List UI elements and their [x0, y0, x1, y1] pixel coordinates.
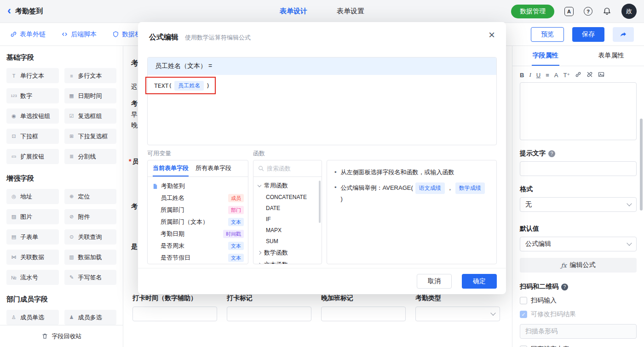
- confirm-button[interactable]: 确定: [462, 274, 497, 289]
- italic-icon[interactable]: I: [529, 71, 531, 79]
- palette-item-member-multi[interactable]: ♟成员多选: [64, 310, 117, 325]
- data-permission-button[interactable]: 数据权: [112, 30, 141, 39]
- palette-item-number[interactable]: 123数字: [6, 88, 59, 103]
- function-search[interactable]: [253, 160, 322, 177]
- palette-item-multi-text[interactable]: ≡多行文本: [64, 68, 117, 83]
- question-icon[interactable]: ?: [561, 284, 568, 290]
- palette-item-extend-button[interactable]: ▭扩展按钮: [6, 149, 59, 164]
- tab-current-form-fields[interactable]: 当前表单字段: [153, 160, 189, 176]
- format-select[interactable]: 无: [520, 197, 637, 212]
- palette-item-label: 成员多选: [78, 313, 102, 322]
- palette-item-serial-number[interactable]: №流水号: [6, 270, 59, 285]
- function-group-math[interactable]: 数学函数: [253, 247, 322, 259]
- hint-text-input[interactable]: [520, 161, 637, 176]
- overtime-mark-input[interactable]: [321, 307, 406, 321]
- share-button[interactable]: [613, 27, 634, 42]
- palette-item-radio-group[interactable]: ◉单选按钮组: [6, 108, 59, 124]
- function-item-mapx[interactable]: MAPX: [253, 225, 322, 236]
- formula-input-area[interactable]: TEXT( 员工姓名 ): [148, 75, 496, 97]
- edit-formula-button[interactable]: ƒx 编辑公式: [520, 258, 637, 273]
- tab-field-properties[interactable]: 字段属性: [512, 46, 578, 66]
- palette-item-linked-data[interactable]: ⋈关联数据: [6, 250, 59, 265]
- formula-field-chip[interactable]: 员工姓名: [174, 81, 204, 91]
- punch-mark-input[interactable]: [227, 307, 311, 321]
- palette-item-attachment[interactable]: ⊘附件: [64, 209, 117, 224]
- cancel-button[interactable]: 取消: [417, 274, 452, 289]
- enter-clear-checkbox-row[interactable]: 回车清空内容: [520, 345, 637, 347]
- palette-item-location[interactable]: ⊕定位: [64, 189, 117, 204]
- variable-row-attendance-date[interactable]: 考勤日期时间戳: [148, 228, 248, 240]
- scan-input-checkbox-row[interactable]: 扫码输入: [520, 296, 637, 305]
- variable-row-department[interactable]: 所属部门部门: [148, 204, 248, 216]
- variable-row-is-holiday[interactable]: 是否节假日文本: [148, 252, 248, 264]
- font-color-icon[interactable]: A: [554, 72, 558, 79]
- default-value-select[interactable]: 公式编辑: [520, 237, 637, 251]
- palette-item-signature[interactable]: ✎手写签名: [64, 270, 117, 285]
- save-button[interactable]: 保存: [572, 27, 604, 42]
- palette-item-divider[interactable]: ≣分割线: [64, 149, 117, 164]
- tab-form-properties[interactable]: 表单属性: [578, 46, 644, 66]
- tab-form-settings[interactable]: 表单设置: [337, 7, 364, 16]
- underline-icon[interactable]: U: [536, 72, 540, 79]
- canvas-field-punch-time: 打卡时间（数字辅助）: [132, 294, 217, 321]
- punch-time-input[interactable]: [132, 307, 217, 321]
- close-icon[interactable]: ×: [489, 29, 495, 40]
- palette-item-multi-select[interactable]: ⊞下拉复选框: [64, 129, 117, 144]
- function-group-text[interactable]: 文本函数: [253, 259, 322, 264]
- window-scrollbar-thumb[interactable]: [640, 119, 643, 210]
- function-item-if[interactable]: IF: [253, 214, 322, 225]
- bold-icon[interactable]: B: [520, 72, 524, 79]
- palette-item-lookup[interactable]: ⊙关联查询: [64, 229, 117, 245]
- back-button[interactable]: ‹ 考勤签到: [7, 6, 43, 16]
- help-icon[interactable]: ?: [584, 7, 592, 16]
- scan-mode-select[interactable]: 扫描条形码: [520, 324, 637, 339]
- function-group-common[interactable]: 常用函数: [253, 180, 322, 192]
- attendance-type-select[interactable]: [415, 307, 500, 321]
- avatar[interactable]: 政: [621, 4, 637, 19]
- function-item-date[interactable]: DATE: [253, 203, 322, 214]
- variable-name: 所属部门（文本）: [161, 218, 208, 226]
- function-group-label: 文本函数: [264, 261, 288, 264]
- align-icon[interactable]: ≡: [546, 72, 549, 79]
- preview-button[interactable]: 预览: [531, 27, 564, 42]
- person-icon: ♙: [11, 314, 17, 320]
- palette-item-checkbox-group[interactable]: ☑复选框组: [64, 108, 117, 124]
- function-search-input[interactable]: [267, 165, 313, 172]
- backend-script-button[interactable]: 后端脚本: [61, 30, 97, 39]
- remove-link-icon[interactable]: [586, 71, 593, 79]
- palette-item-data-load[interactable]: ▥数据加载: [64, 250, 117, 265]
- palette-item-member-single[interactable]: ♙成员单选: [6, 310, 59, 325]
- checkbox-checked-icon[interactable]: ✓: [520, 311, 527, 318]
- translate-icon[interactable]: A: [564, 7, 574, 16]
- palette-item-image[interactable]: ▨图片: [6, 209, 59, 224]
- variable-name: 是否周末: [161, 242, 184, 250]
- question-icon[interactable]: ?: [548, 150, 555, 157]
- editable-scan-result-checkbox-row[interactable]: ✓ 可修改扫码结果: [520, 310, 637, 319]
- insert-link-icon[interactable]: [575, 71, 581, 79]
- palette-item-address[interactable]: ◎地址: [6, 189, 59, 204]
- field-title-richtext-area[interactable]: [520, 82, 637, 140]
- data-manage-button[interactable]: 数据管理: [511, 5, 554, 18]
- image-icon: ▨: [11, 214, 17, 220]
- tree-root-form[interactable]: 考勤签到: [148, 180, 248, 192]
- variable-row-is-weekend[interactable]: 是否周末文本: [148, 240, 248, 252]
- variable-row-department-text[interactable]: 所属部门（文本）文本: [148, 216, 248, 228]
- checkbox-unchecked-icon[interactable]: [520, 297, 527, 304]
- palette-item-datetime[interactable]: ▦日期时间: [64, 88, 117, 103]
- palette-item-label: 关联查询: [78, 233, 102, 241]
- field-recycle-bin[interactable]: 字段回收站: [0, 325, 123, 347]
- font-size-icon[interactable]: T⁺: [563, 72, 570, 79]
- functions-scrollbar-thumb[interactable]: [319, 181, 321, 223]
- function-item-concatenate[interactable]: CONCATENATE: [253, 192, 322, 203]
- bell-icon[interactable]: [603, 7, 611, 16]
- variable-row-employee-name[interactable]: 员工姓名成员: [148, 192, 248, 204]
- palette-item-select[interactable]: ⊡下拉框: [6, 129, 59, 144]
- backend-script-label: 后端脚本: [71, 30, 97, 39]
- tab-all-form-fields[interactable]: 所有表单字段: [196, 160, 231, 176]
- tab-form-design[interactable]: 表单设计: [280, 7, 307, 16]
- form-external-link-button[interactable]: 表单外链: [10, 30, 46, 39]
- palette-item-subform[interactable]: ▤子表单: [6, 229, 59, 245]
- insert-image-icon[interactable]: [598, 71, 604, 79]
- palette-item-single-text[interactable]: T单行文本: [6, 68, 59, 83]
- function-item-sum[interactable]: SUM: [253, 236, 322, 247]
